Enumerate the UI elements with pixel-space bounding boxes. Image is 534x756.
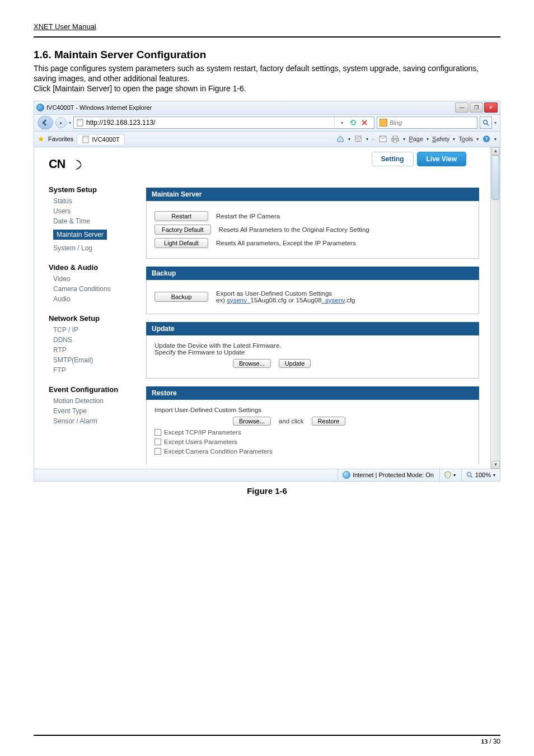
scroll-down-icon[interactable]: ▼	[491, 461, 500, 469]
sidebar-item-users[interactable]: Users	[53, 207, 142, 215]
update-browse-button[interactable]: Browse...	[233, 359, 271, 368]
window-title: IVC4000T - Windows Internet Explorer	[46, 104, 152, 111]
status-bar: Internet | Protected Mode: On ▾ 100% ▾	[34, 469, 500, 481]
browser-window: IVC4000T - Windows Internet Explorer — ❐…	[34, 101, 500, 482]
chk-except-tcpip-label: Except TCP/IP Parameters	[164, 429, 241, 436]
cmd-page[interactable]: PPageage	[409, 136, 423, 142]
tab-current[interactable]: IVC4000T	[77, 134, 125, 144]
sidebar: CN System Setup Status Users Date & Time…	[34, 147, 146, 469]
main-area: Maintain Server Restart Restart the IP C…	[146, 147, 490, 469]
stop-icon[interactable]	[359, 118, 369, 128]
factory-default-label: Resets All Parameters to the Original Fa…	[219, 226, 369, 233]
panel-restore-body: Import User-Defined Custom Settings Brow…	[146, 400, 479, 464]
tab-setting[interactable]: Setting	[372, 152, 414, 166]
svg-line-16	[471, 476, 472, 478]
vertical-scrollbar[interactable]: ▲ ▼	[490, 147, 500, 469]
sidebar-item-ftp[interactable]: FTP	[53, 366, 142, 374]
factory-default-button[interactable]: Factory Default	[154, 225, 211, 235]
page-number: 13 / 30	[481, 738, 500, 746]
group-system-setup: System Setup	[49, 185, 142, 194]
chk-except-users[interactable]	[154, 438, 161, 445]
cmd-safety[interactable]: Safety	[432, 136, 449, 142]
sidebar-item-tcpip[interactable]: TCP / IP	[53, 326, 142, 334]
backup-example-link2[interactable]: _sysenv	[322, 297, 345, 304]
sidebar-item-video[interactable]: Video	[53, 275, 142, 283]
svg-text:?: ?	[485, 136, 488, 142]
backup-example-link1[interactable]: sysenv_	[227, 297, 250, 304]
cmd-tools[interactable]: Tools	[458, 136, 473, 142]
url-input[interactable]	[86, 119, 332, 127]
figure-caption: Figure 1-6	[34, 486, 500, 496]
tab-favicon	[82, 136, 90, 143]
feeds-icon[interactable]	[354, 134, 363, 143]
restart-label: Restart the IP Camera	[216, 213, 280, 220]
print-icon[interactable]	[391, 134, 400, 143]
readmail-icon[interactable]	[378, 134, 387, 143]
search-go-button[interactable]	[480, 116, 492, 129]
close-button[interactable]: ✕	[484, 102, 498, 113]
sidebar-item-status[interactable]: Status	[53, 197, 142, 205]
minimize-button[interactable]: —	[455, 102, 469, 113]
svg-text:CN: CN	[49, 157, 65, 171]
tab-label: IVC4000T	[92, 136, 120, 143]
recent-dropdown-icon[interactable]: ▾	[69, 120, 71, 125]
svg-point-15	[467, 473, 471, 477]
sidebar-item-ddns[interactable]: DDNS	[53, 336, 142, 344]
sidebar-item-sensor-alarm[interactable]: Sensor / Alarm	[53, 417, 142, 425]
refresh-icon[interactable]	[348, 118, 358, 128]
chk-except-tcpip[interactable]	[154, 429, 161, 436]
status-zoom[interactable]: 100% ▾	[461, 469, 495, 481]
address-bar[interactable]: ▾	[73, 116, 374, 129]
titlebar: IVC4000T - Windows Internet Explorer — ❐…	[34, 101, 500, 115]
search-box[interactable]	[377, 116, 477, 129]
svg-rect-11	[394, 140, 397, 142]
restore-browse-button[interactable]: Browse...	[233, 417, 271, 426]
scroll-up-icon[interactable]: ▲	[491, 147, 500, 155]
header-divider	[34, 36, 500, 38]
tab-live-view[interactable]: Live View	[417, 152, 466, 166]
sidebar-item-audio[interactable]: Audio	[53, 295, 142, 303]
back-button[interactable]	[38, 116, 53, 129]
sidebar-item-datetime[interactable]: Date & Time	[53, 217, 142, 225]
restore-andclick: and click	[279, 418, 304, 424]
favorites-star-icon[interactable]: ★	[38, 134, 45, 143]
forward-button[interactable]: ▸	[55, 117, 67, 128]
globe-icon	[343, 471, 350, 479]
search-dropdown-icon[interactable]: ▾	[494, 120, 496, 125]
status-internet-mode: Internet | Protected Mode: On	[338, 469, 434, 481]
sidebar-item-camera-conditions[interactable]: Camera Conditions	[53, 285, 142, 293]
svg-rect-1	[78, 120, 82, 122]
panel-maintain-head: Maintain Server	[146, 188, 479, 201]
restart-button[interactable]: Restart	[154, 211, 208, 221]
update-button[interactable]: Update	[279, 359, 311, 368]
home-icon[interactable]	[336, 134, 345, 143]
light-default-button[interactable]: Light Default	[154, 238, 208, 248]
panel-backup-head: Backup	[146, 267, 479, 280]
backup-button[interactable]: Backup	[154, 292, 208, 302]
help-icon[interactable]: ?	[482, 134, 491, 143]
status-security[interactable]: ▾	[439, 469, 456, 481]
chk-except-camera-label: Except Camera Condition Parameters	[164, 448, 273, 455]
panel-restore-head: Restore	[146, 386, 479, 400]
scroll-thumb[interactable]	[491, 155, 499, 200]
sidebar-item-event-type[interactable]: Event Type	[53, 407, 142, 415]
maximize-button[interactable]: ❐	[470, 102, 483, 113]
sidebar-item-maintain-server[interactable]: Maintain Server	[53, 230, 107, 240]
url-dropdown-icon[interactable]: ▾	[337, 118, 347, 128]
sidebar-item-motion[interactable]: Motion Detection	[53, 397, 142, 405]
zoom-icon	[466, 472, 473, 478]
bing-icon	[380, 119, 387, 127]
sidebar-item-system-log[interactable]: System / Log	[53, 244, 142, 252]
chk-except-camera[interactable]	[154, 448, 161, 455]
sidebar-item-smtp[interactable]: SMTP(Email)	[53, 356, 142, 364]
group-event-config: Event Configuration	[49, 385, 142, 394]
group-network-setup: Network Setup	[49, 314, 142, 323]
svg-rect-9	[393, 136, 397, 138]
navbar: ▸ ▾ ▾	[34, 115, 500, 132]
favorites-label[interactable]: Favorites	[48, 136, 73, 142]
panel-update-body: Update the Device with the Latest Firmwa…	[146, 335, 479, 379]
search-input[interactable]	[390, 119, 475, 126]
sidebar-item-rtp[interactable]: RTP	[53, 346, 142, 354]
svg-point-2	[484, 120, 488, 124]
restore-button[interactable]: Restore	[312, 417, 346, 426]
